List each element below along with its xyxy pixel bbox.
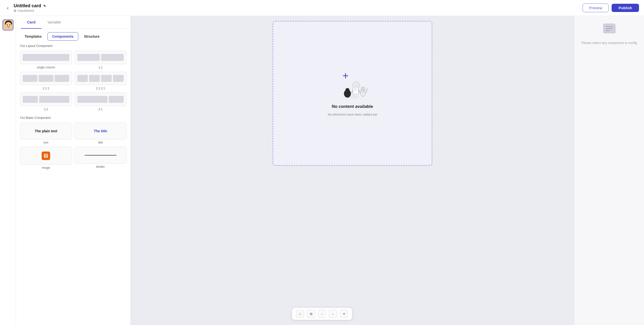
svg-rect-14	[353, 87, 358, 94]
svg-rect-7	[44, 154, 48, 158]
config-line	[606, 26, 613, 27]
publish-button[interactable]: Publish	[612, 4, 639, 12]
layout-label-single: single column	[37, 66, 55, 69]
layout-preview-2-1	[74, 93, 127, 106]
component-label-title: title	[98, 141, 103, 144]
layout-bar	[101, 54, 124, 61]
title-label: The title	[94, 129, 107, 133]
config-icon-lines	[606, 26, 613, 31]
svg-point-3	[7, 25, 8, 26]
page-title: Untitled card	[14, 3, 41, 9]
svg-point-4	[9, 25, 10, 26]
layout-preview-1-1-1-1	[74, 72, 127, 85]
layout-1-1[interactable]: 1:1	[74, 51, 127, 69]
empty-state-subtitle: No elements have been added yet	[328, 113, 377, 116]
layout-preview-1-1-1	[20, 72, 72, 85]
header: ‹ Untitled card ✎ Unpublished Preview Pu…	[0, 0, 644, 16]
avatar-image	[3, 20, 13, 30]
empty-state-icon: +	[335, 71, 370, 101]
basic-section-label: Cici Basic Component	[16, 113, 130, 121]
layout-bar	[113, 75, 124, 82]
layout-1-2[interactable]: 1:2	[20, 93, 72, 111]
svg-point-22	[362, 89, 363, 90]
svg-marker-21	[363, 87, 364, 88]
layout-bar	[77, 96, 108, 103]
component-label-divider: divider	[96, 165, 105, 168]
status-row: Unpublished	[14, 9, 580, 13]
edit-title-icon[interactable]: ✎	[43, 4, 46, 8]
subtab-templates[interactable]: Templates	[20, 32, 46, 41]
status-label: Unpublished	[18, 9, 34, 13]
component-image[interactable]: image	[20, 147, 72, 169]
component-title[interactable]: The title title	[74, 123, 127, 144]
layout-bar	[23, 54, 69, 61]
toolbar-select-button[interactable]: □	[296, 310, 304, 318]
layout-bar	[77, 75, 88, 82]
header-title: Untitled card ✎	[14, 3, 580, 9]
config-line	[606, 28, 613, 29]
preview-button[interactable]: Preview	[583, 4, 608, 12]
avatar-column	[0, 16, 16, 325]
bottom-toolbar: □ ⊞ ‹ › ✕	[292, 307, 352, 320]
header-title-block: Untitled card ✎ Unpublished	[14, 3, 580, 13]
layout-bar	[77, 54, 100, 61]
subtab-components[interactable]: Components	[48, 32, 78, 41]
svg-point-23	[364, 89, 364, 90]
layout-preview-single	[20, 51, 72, 64]
tab-variable[interactable]: Variable	[42, 16, 67, 29]
avatar[interactable]	[2, 20, 14, 31]
config-line	[606, 30, 610, 31]
component-text[interactable]: The plain text text	[20, 123, 72, 144]
layout-bar	[109, 96, 124, 103]
component-label-image: image	[42, 166, 50, 169]
layout-label-1-1-1: 1:1:1	[43, 87, 50, 90]
plain-text-label: The plain text	[35, 129, 57, 133]
toolbar-grid-button[interactable]: ⊞	[307, 310, 315, 318]
layout-2-1[interactable]: 2:1	[74, 93, 127, 111]
toolbar-prev-button[interactable]: ‹	[318, 310, 326, 318]
plus-icon: +	[342, 71, 349, 81]
back-button[interactable]: ‹	[5, 4, 11, 12]
svg-marker-20	[362, 87, 363, 88]
layout-label-1-2: 1:2	[44, 108, 48, 111]
component-preview-text: The plain text	[20, 123, 72, 140]
component-preview-divider	[74, 147, 127, 164]
layout-preview-1-1	[74, 51, 127, 64]
layout-bar	[54, 75, 69, 82]
right-panel-placeholder: Please select any component to config	[582, 41, 637, 46]
layout-preview-1-2	[20, 93, 72, 106]
layout-bar	[89, 75, 100, 82]
config-icon-container	[603, 24, 616, 34]
sub-tabs: Templates Components Structure	[16, 29, 130, 41]
config-icon-box	[603, 24, 616, 34]
canvas-area: +	[131, 16, 574, 325]
subtab-structure[interactable]: Structure	[79, 32, 104, 41]
layout-bar	[39, 96, 69, 103]
component-divider[interactable]: divider	[74, 147, 127, 169]
divider-line	[84, 155, 116, 156]
image-icon	[42, 152, 50, 160]
component-preview-title: The title	[74, 123, 127, 140]
header-actions: Preview Publish	[583, 4, 639, 12]
canvas-card: +	[272, 21, 432, 166]
layout-bar	[23, 75, 38, 82]
layout-grid: single column 1:1 1:1:1	[16, 49, 130, 113]
toolbar-next-button[interactable]: ›	[329, 310, 337, 318]
layout-label-2-1: 2:1	[98, 108, 102, 111]
status-dot-icon	[14, 10, 16, 12]
empty-state-title: No content available	[332, 104, 373, 109]
svg-point-5	[5, 25, 6, 27]
toolbar-close-button[interactable]: ✕	[340, 310, 348, 318]
layout-section-label: Cici Layout Component	[16, 41, 130, 49]
component-preview-image	[20, 147, 72, 165]
component-label-text: text	[44, 141, 48, 144]
layout-1-1-1[interactable]: 1:1:1	[20, 72, 72, 90]
tab-card[interactable]: Card	[21, 16, 42, 29]
svg-point-2	[6, 22, 12, 29]
layout-label-1-1: 1:1	[98, 66, 102, 69]
layout-1-1-1-1[interactable]: 1:1:1:1	[74, 72, 127, 90]
layout-bar	[101, 75, 112, 82]
layout-single-column[interactable]: single column	[20, 51, 72, 69]
left-panel: Card Variable Templates Components Struc…	[16, 16, 131, 325]
top-tabs: Card Variable	[16, 16, 130, 29]
